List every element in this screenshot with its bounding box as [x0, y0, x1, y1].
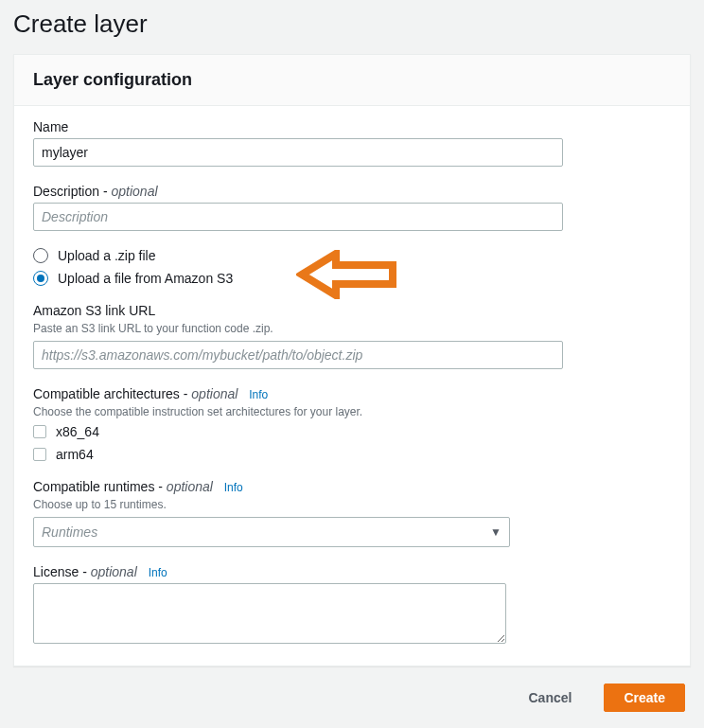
layer-config-panel: Layer configuration Name Description - o…	[13, 54, 691, 666]
upload-s3-radio[interactable]: Upload a file from Amazon S3	[33, 271, 671, 286]
license-label: License - optional Info	[33, 564, 671, 579]
name-input[interactable]	[33, 138, 563, 167]
license-info-link[interactable]: Info	[149, 566, 167, 579]
runtimes-helper: Choose up to 15 runtimes.	[33, 498, 671, 511]
radio-icon	[33, 248, 48, 263]
description-label: Description - optional	[33, 184, 671, 199]
page-title: Create layer	[13, 8, 691, 39]
create-button[interactable]: Create	[604, 684, 685, 712]
checkbox-icon	[33, 425, 46, 438]
license-textarea[interactable]	[33, 583, 506, 644]
arch-x86-checkbox[interactable]: x86_64	[33, 424, 671, 439]
arch-arm64-checkbox[interactable]: arm64	[33, 447, 671, 462]
cancel-button[interactable]: Cancel	[509, 684, 590, 711]
runtimes-placeholder: Runtimes	[42, 524, 97, 540]
upload-zip-radio[interactable]: Upload a .zip file	[33, 248, 671, 263]
s3-url-input[interactable]	[33, 341, 563, 369]
upload-zip-label: Upload a .zip file	[58, 248, 156, 263]
description-input[interactable]	[33, 203, 563, 231]
runtimes-select[interactable]: Runtimes ▼	[33, 517, 510, 547]
footer: Cancel Create	[13, 666, 691, 728]
runtimes-info-link[interactable]: Info	[224, 481, 243, 494]
panel-title: Layer configuration	[33, 70, 671, 90]
architectures-helper: Choose the compatible instruction set ar…	[33, 405, 671, 418]
checkbox-icon	[33, 448, 46, 461]
s3-url-helper: Paste an S3 link URL to your function co…	[33, 322, 671, 335]
upload-s3-label: Upload a file from Amazon S3	[58, 271, 233, 286]
architectures-info-link[interactable]: Info	[249, 388, 268, 401]
arch-arm64-label: arm64	[56, 447, 94, 462]
caret-down-icon: ▼	[490, 525, 502, 539]
name-label: Name	[33, 119, 671, 134]
architectures-label: Compatible architectures - optional Info	[33, 386, 671, 401]
arch-x86-label: x86_64	[56, 424, 99, 439]
radio-icon	[33, 271, 48, 286]
panel-header: Layer configuration	[14, 55, 690, 106]
runtimes-label: Compatible runtimes - optional Info	[33, 479, 671, 494]
s3-url-label: Amazon S3 link URL	[33, 303, 671, 318]
